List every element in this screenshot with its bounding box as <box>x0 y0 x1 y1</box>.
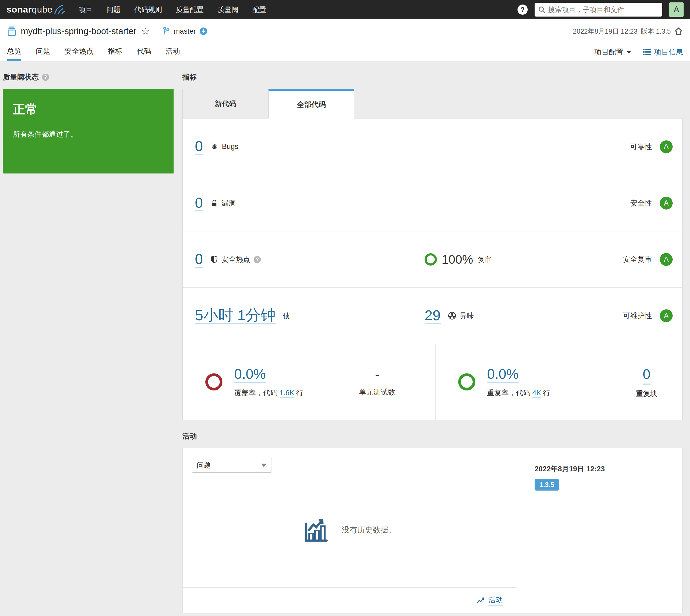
measures-tabs: 新代码 全部代码 <box>182 89 683 118</box>
coverage-label-prefix: 覆盖率，代码 <box>234 389 277 397</box>
maintainability-label: 可维护性 <box>623 311 652 321</box>
debt-link[interactable]: 5小时 1分钟 <box>195 307 276 324</box>
chevron-down-icon <box>626 51 631 54</box>
activity-empty-state: 没有历史数据。 <box>182 473 517 588</box>
maintainability-rating-badge[interactable]: A <box>660 309 673 322</box>
help-icon[interactable]: ? <box>517 4 527 15</box>
vulnerabilities-label: 漏洞 <box>221 198 236 208</box>
duplicated-blocks-link[interactable]: 0 <box>643 366 650 384</box>
tab-security-hotspots[interactable]: 安全热点 <box>65 43 93 61</box>
menu-quality-gates[interactable]: 质量阈 <box>218 5 238 15</box>
coverage-ring-indicator <box>206 373 222 391</box>
menu-quality-profiles[interactable]: 质量配置 <box>176 5 204 15</box>
bar-chart-icon <box>303 517 331 544</box>
analysis-date: 2022年8月19日 12:23 <box>573 27 638 36</box>
debt-label: 债 <box>283 311 290 321</box>
project-title: mydtt-plus-spring-boot-starter <box>21 26 136 36</box>
unit-tests-group: - 单元测试数 <box>359 367 395 397</box>
sonarqube-logo[interactable]: sonarqube <box>6 4 66 15</box>
menu-issues[interactable]: 问题 <box>107 5 121 15</box>
bug-icon <box>210 143 218 151</box>
coverage-lines-link[interactable]: 1.6K <box>280 389 295 398</box>
unit-tests-label: 单元测试数 <box>359 387 395 397</box>
security-rating-badge[interactable]: A <box>660 197 673 210</box>
duplications-panel: 0.0% 重复率，代码 4K 行 0 重复块 <box>435 344 682 420</box>
logo-qube: qube <box>32 4 52 15</box>
reliability-rating-badge[interactable]: A <box>660 140 673 153</box>
review-percent: 100% <box>442 252 473 267</box>
branch-icon <box>162 27 170 36</box>
analysis-version: 版本 1.3.5 <box>641 27 671 36</box>
bugs-count-link[interactable]: 0 <box>195 138 203 155</box>
hotspots-help-icon[interactable]: ? <box>254 256 261 263</box>
coverage-panel: 0.0% 覆盖率，代码 1.6K 行 - 单元测试数 <box>182 344 435 420</box>
duplication-lines-link[interactable]: 4K <box>533 389 541 398</box>
global-search <box>535 3 662 17</box>
search-icon <box>538 6 546 14</box>
tab-activity[interactable]: 活动 <box>166 43 180 61</box>
coverage-sub: 覆盖率，代码 1.6K 行 <box>234 388 304 398</box>
shield-icon <box>210 256 218 263</box>
duplicated-blocks-group: 0 重复块 <box>636 366 657 398</box>
analysis-meta: 2022年8月19日 12:23 版本 1.3.5 <box>573 27 683 36</box>
user-avatar[interactable]: A <box>669 2 684 17</box>
duplication-sub: 重复率，代码 4K 行 <box>487 388 551 398</box>
project-icon <box>7 26 17 36</box>
sonarqube-page: sonarqube 项目 问题 代码规则 质量配置 质量阈 配置 ? A <box>0 0 690 616</box>
security-label: 安全性 <box>630 198 652 208</box>
menu-administration[interactable]: 配置 <box>252 5 266 15</box>
security-review-label: 安全复审 <box>623 255 652 264</box>
hotspots-count-link[interactable]: 0 <box>195 251 203 268</box>
tab-measures[interactable]: 指标 <box>108 43 122 61</box>
tab-code[interactable]: 代码 <box>137 43 151 61</box>
quality-gate-column: 质量阈状态 ? 正常 所有条件都通过了。 <box>3 72 174 613</box>
list-icon <box>643 48 651 56</box>
open-lock-icon <box>210 199 218 207</box>
home-icon[interactable] <box>674 27 683 36</box>
tab-overall-code[interactable]: 全部代码 <box>268 89 354 118</box>
graph-type-select[interactable]: 问题 <box>192 458 272 473</box>
quality-gate-help-icon[interactable]: ? <box>42 74 49 81</box>
bugs-label: Bugs <box>222 142 238 151</box>
security-review-rating-badge[interactable]: A <box>660 253 673 266</box>
coverage-percent-link[interactable]: 0.0% <box>234 366 266 383</box>
select-caret-icon <box>261 464 267 467</box>
tab-overview[interactable]: 总览 <box>7 43 21 61</box>
measures-column: 指标 新代码 全部代码 0 <box>182 72 683 613</box>
favorite-star-icon[interactable]: ☆ <box>141 26 150 36</box>
menu-rules[interactable]: 代码规则 <box>134 5 162 15</box>
branch-name[interactable]: master <box>174 27 196 36</box>
measures-panel: 0 <box>182 118 683 420</box>
measures-title: 指标 <box>182 72 197 82</box>
project-header: mydtt-plus-spring-boot-starter ☆ master … <box>0 19 690 43</box>
trend-icon <box>476 597 484 604</box>
quality-gate-status-panel: 正常 所有条件都通过了。 <box>3 89 174 174</box>
bugs-row: 0 <box>182 118 682 175</box>
quality-gate-title-row: 质量阈状态 ? <box>3 72 174 83</box>
search-input[interactable] <box>535 3 662 17</box>
graph-type-value: 问题 <box>197 461 211 470</box>
sonarqube-logo-text: sonarqube <box>6 4 52 15</box>
menu-projects[interactable]: 项目 <box>79 5 93 15</box>
tab-new-code[interactable]: 新代码 <box>182 89 268 118</box>
duplication-percent-link[interactable]: 0.0% <box>487 366 519 383</box>
review-label: 复审 <box>478 255 491 264</box>
branch-selector: master <box>162 27 207 36</box>
analysis-event-date: 2022年8月19日 12:23 <box>535 464 672 474</box>
project-info-button[interactable]: 项目信息 <box>643 47 683 57</box>
project-config-dropdown[interactable]: 项目配置 <box>595 47 631 57</box>
maintainability-row: 5小时 1分钟 债 29 <box>182 287 682 344</box>
activity-title-row: 活动 <box>182 431 683 441</box>
activity-link[interactable]: 活动 <box>489 595 503 606</box>
code-smells-group: 29 异味 <box>425 307 474 324</box>
sonarqube-waves-icon <box>54 4 66 15</box>
code-smells-link[interactable]: 29 <box>425 307 440 324</box>
vulnerabilities-count-link[interactable]: 0 <box>195 195 203 212</box>
tab-issues[interactable]: 问题 <box>36 43 50 61</box>
code-smells-label: 异味 <box>459 311 474 321</box>
activity-toolbar: 问题 <box>182 448 517 473</box>
activity-graph-area: 问题 <box>182 448 517 613</box>
review-ring-indicator <box>425 253 437 266</box>
add-branch-icon[interactable] <box>200 27 207 35</box>
project-info-label: 项目信息 <box>654 47 683 57</box>
